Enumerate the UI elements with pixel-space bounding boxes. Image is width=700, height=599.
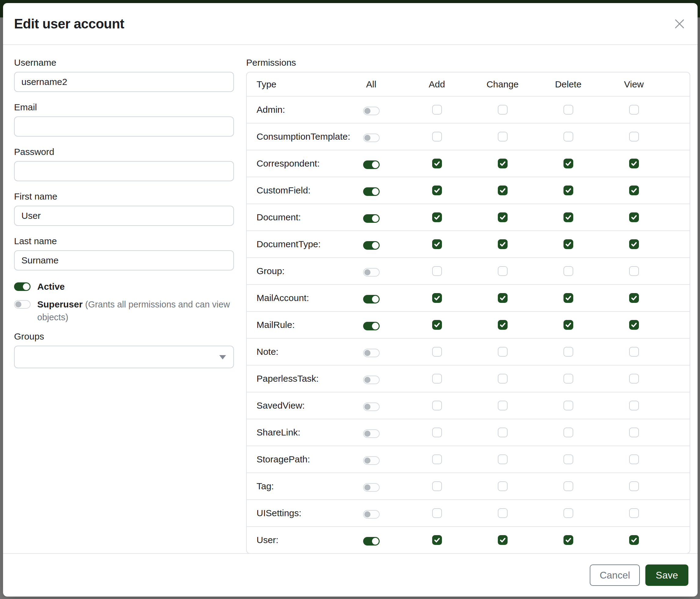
- close-button[interactable]: [671, 15, 689, 33]
- customfield-view-checkbox[interactable]: [629, 186, 639, 195]
- groups-select[interactable]: [14, 346, 234, 368]
- email-field[interactable]: [14, 116, 234, 137]
- consumptiontemplate-view-checkbox[interactable]: [629, 132, 639, 142]
- mailaccount-change-checkbox[interactable]: [498, 293, 507, 303]
- documenttype-add-checkbox[interactable]: [432, 239, 442, 249]
- mailaccount-add-checkbox[interactable]: [432, 293, 442, 303]
- mailaccount-delete-checkbox[interactable]: [564, 293, 573, 303]
- storagepath-delete-checkbox[interactable]: [564, 454, 573, 464]
- paperlesstask-add-checkbox[interactable]: [432, 374, 442, 384]
- documenttype-view-checkbox[interactable]: [629, 239, 639, 249]
- permission-type-label: Group:: [247, 266, 339, 276]
- paperlesstask-view-checkbox[interactable]: [629, 374, 639, 384]
- admin-delete-checkbox[interactable]: [564, 105, 573, 115]
- mailrule-add-checkbox[interactable]: [432, 320, 442, 330]
- document-add-checkbox[interactable]: [432, 212, 442, 222]
- active-toggle-row: Active: [14, 280, 234, 293]
- sharelink-all-toggle[interactable]: [363, 429, 380, 438]
- user-change-checkbox[interactable]: [498, 535, 507, 545]
- cancel-button[interactable]: Cancel: [590, 565, 640, 586]
- note-add-checkbox[interactable]: [432, 347, 442, 357]
- correspondent-all-toggle[interactable]: [363, 161, 380, 169]
- storagepath-view-checkbox[interactable]: [629, 454, 639, 464]
- group-view-checkbox[interactable]: [629, 266, 639, 276]
- last-name-field[interactable]: [14, 250, 234, 270]
- group-all-toggle[interactable]: [363, 268, 380, 277]
- tag-add-checkbox[interactable]: [432, 481, 442, 491]
- sharelink-add-checkbox[interactable]: [432, 428, 442, 437]
- paperlesstask-change-checkbox[interactable]: [498, 374, 507, 384]
- first-name-field[interactable]: [14, 206, 234, 226]
- correspondent-change-checkbox[interactable]: [498, 159, 507, 168]
- document-view-checkbox[interactable]: [629, 212, 639, 222]
- mailrule-view-checkbox[interactable]: [629, 320, 639, 330]
- document-all-toggle[interactable]: [363, 214, 380, 223]
- documenttype-change-checkbox[interactable]: [498, 239, 507, 249]
- consumptiontemplate-all-toggle[interactable]: [363, 134, 380, 142]
- savedview-delete-checkbox[interactable]: [564, 401, 573, 410]
- mailrule-delete-checkbox[interactable]: [564, 320, 573, 330]
- paperlesstask-all-toggle[interactable]: [363, 376, 380, 384]
- note-change-checkbox[interactable]: [498, 347, 507, 357]
- user-add-checkbox[interactable]: [432, 535, 442, 545]
- documenttype-all-toggle[interactable]: [363, 241, 380, 250]
- group-add-checkbox[interactable]: [432, 266, 442, 276]
- mailrule-all-toggle[interactable]: [363, 322, 380, 330]
- password-field[interactable]: [14, 161, 234, 181]
- sharelink-view-checkbox[interactable]: [629, 428, 639, 437]
- correspondent-view-checkbox[interactable]: [629, 159, 639, 168]
- user-all-toggle[interactable]: [363, 537, 380, 546]
- tag-all-toggle[interactable]: [363, 483, 380, 492]
- storagepath-all-toggle[interactable]: [363, 456, 380, 465]
- customfield-change-checkbox[interactable]: [498, 186, 507, 195]
- save-button[interactable]: Save: [645, 565, 689, 586]
- document-change-checkbox[interactable]: [498, 212, 507, 222]
- tag-view-checkbox[interactable]: [629, 481, 639, 491]
- storagepath-add-checkbox[interactable]: [432, 454, 442, 464]
- uisettings-delete-checkbox[interactable]: [564, 508, 573, 518]
- savedview-view-checkbox[interactable]: [629, 401, 639, 410]
- sharelink-delete-checkbox[interactable]: [564, 428, 573, 437]
- correspondent-add-checkbox[interactable]: [432, 159, 442, 168]
- documenttype-delete-checkbox[interactable]: [564, 239, 573, 249]
- uisettings-add-checkbox[interactable]: [432, 508, 442, 518]
- storagepath-change-checkbox[interactable]: [498, 454, 507, 464]
- mailrule-change-checkbox[interactable]: [498, 320, 507, 330]
- customfield-add-checkbox[interactable]: [432, 186, 442, 195]
- check-icon: [565, 241, 572, 247]
- correspondent-delete-checkbox[interactable]: [564, 159, 573, 168]
- customfield-all-toggle[interactable]: [363, 187, 380, 196]
- note-view-checkbox[interactable]: [629, 347, 639, 357]
- uisettings-view-checkbox[interactable]: [629, 508, 639, 518]
- group-change-checkbox[interactable]: [498, 266, 507, 276]
- consumptiontemplate-delete-checkbox[interactable]: [564, 132, 573, 142]
- uisettings-all-toggle[interactable]: [363, 510, 380, 519]
- savedview-all-toggle[interactable]: [363, 403, 380, 411]
- note-all-toggle[interactable]: [363, 349, 380, 357]
- savedview-add-checkbox[interactable]: [432, 401, 442, 410]
- consumptiontemplate-add-checkbox[interactable]: [432, 132, 442, 142]
- username-field[interactable]: [14, 72, 234, 92]
- group-delete-checkbox[interactable]: [564, 266, 573, 276]
- mailaccount-all-toggle[interactable]: [363, 295, 380, 304]
- tag-delete-checkbox[interactable]: [564, 481, 573, 491]
- mailaccount-view-checkbox[interactable]: [629, 293, 639, 303]
- user-view-checkbox[interactable]: [629, 535, 639, 545]
- document-delete-checkbox[interactable]: [564, 212, 573, 222]
- user-delete-checkbox[interactable]: [564, 535, 573, 545]
- consumptiontemplate-change-checkbox[interactable]: [498, 132, 507, 142]
- admin-change-checkbox[interactable]: [498, 105, 507, 115]
- active-toggle[interactable]: [14, 282, 30, 291]
- admin-add-checkbox[interactable]: [432, 105, 442, 115]
- check-icon: [434, 321, 441, 328]
- superuser-toggle[interactable]: [14, 300, 30, 309]
- customfield-delete-checkbox[interactable]: [564, 186, 573, 195]
- tag-change-checkbox[interactable]: [498, 481, 507, 491]
- savedview-change-checkbox[interactable]: [498, 401, 507, 410]
- admin-view-checkbox[interactable]: [629, 105, 639, 115]
- sharelink-change-checkbox[interactable]: [498, 428, 507, 437]
- uisettings-change-checkbox[interactable]: [498, 508, 507, 518]
- paperlesstask-delete-checkbox[interactable]: [564, 374, 573, 384]
- admin-all-toggle[interactable]: [363, 107, 380, 115]
- note-delete-checkbox[interactable]: [564, 347, 573, 357]
